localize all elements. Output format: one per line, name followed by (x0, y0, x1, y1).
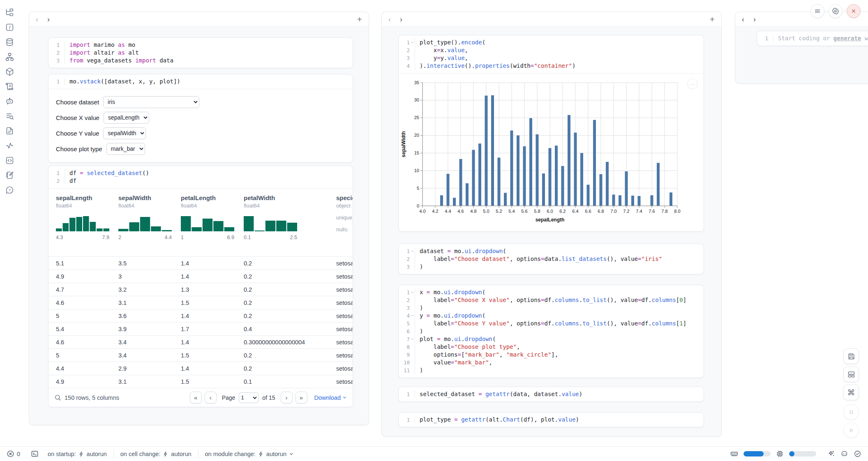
database-icon[interactable] (5, 38, 14, 46)
choose-y-value-select[interactable]: sepalWidth (103, 127, 146, 139)
add-cell-icon[interactable]: + (710, 15, 715, 23)
page-select[interactable]: 1 (239, 392, 259, 403)
code-cell-xy-plot-dropdowns[interactable]: 1x = mo.ui.dropdown(2 label="Choose X va… (398, 285, 704, 378)
choose-x-value-select[interactable]: sepalLength (104, 112, 149, 124)
code-line[interactable]: 5 label="Choose Y value", options=df.col… (399, 320, 704, 327)
code-cell-vstack[interactable]: 1mo.vstack([dataset, x, y, plot]) Choose… (48, 74, 353, 163)
code-editor[interactable]: 1import marimo as mo2import altair as al… (48, 38, 353, 68)
code-line[interactable]: 1mo.vstack([dataset, x, y, plot]) (48, 78, 353, 85)
runtime-setting-on-module-change[interactable]: on module change:autorun (205, 451, 294, 457)
package-icon[interactable] (5, 67, 14, 76)
svg-text:5.2: 5.2 (496, 209, 502, 214)
table-cell: 3.1 (111, 300, 173, 306)
code-cell-plot-type[interactable]: 1plot_type = getattr(alt.Chart(df), plot… (398, 412, 704, 427)
code-cell-selected-dataset[interactable]: 1selected_dataset = getattr(data, datase… (398, 387, 704, 402)
code-line[interactable]: 2 x=x.value, (399, 46, 704, 54)
code-line[interactable]: 3) (399, 304, 704, 312)
code-line[interactable]: 10 value="mark_bar", (399, 359, 704, 366)
code-cell-imports[interactable]: 1import marimo as mo2import altair as al… (48, 37, 353, 68)
code-editor[interactable]: 1plot_type().encode(2 x=x.value,3 y=y.va… (399, 35, 704, 73)
help-bubble-icon[interactable]: ? (5, 186, 14, 194)
code-line[interactable]: 1plot_type().encode( (399, 39, 704, 46)
runtime-setting-on-startup[interactable]: on startup:autorun (48, 451, 107, 457)
copilot-button[interactable] (840, 450, 848, 458)
code-editor[interactable]: 1x = mo.ui.dropdown(2 label="Choose X va… (399, 285, 704, 378)
search-icon[interactable] (54, 394, 61, 401)
choose-dataset-select[interactable]: iris (103, 96, 199, 108)
code-cell-dataset-dropdown[interactable]: 1dataset = mo.ui.dropdown(2 label="Choos… (398, 244, 704, 274)
code-line[interactable]: 3) (399, 263, 704, 271)
close-button[interactable]: × (847, 4, 861, 18)
column-next-icon[interactable]: › (47, 16, 50, 23)
runtime-setting-on-cell-change[interactable]: on cell change:autorun (120, 451, 192, 457)
code-line[interactable]: 2df (48, 177, 353, 185)
code-line[interactable]: 1import marimo as mo (48, 41, 353, 49)
code-line[interactable]: 6) (399, 327, 704, 335)
code-editor[interactable]: 1plot_type = getattr(alt.Chart(df), plot… (399, 413, 704, 427)
code-line[interactable]: 4).interactive().properties(width="conta… (399, 62, 704, 70)
code-line[interactable]: 7plot = mo.ui.dropdown( (399, 335, 704, 343)
add-cell-icon[interactable]: + (357, 15, 362, 23)
file-text-icon[interactable] (5, 127, 14, 135)
code-editor[interactable]: 1dataset = mo.ui.dropdown(2 label="Choos… (399, 244, 704, 274)
scratchpad-icon[interactable] (5, 171, 14, 180)
stop-button[interactable] (843, 404, 859, 420)
save-button[interactable] (843, 348, 859, 364)
scroll-log-icon[interactable] (5, 82, 14, 91)
column-next-icon[interactable]: › (400, 16, 402, 23)
code-cell-scratch[interactable]: 1 Start coding or generate with AI (757, 31, 868, 46)
settings-button[interactable] (829, 4, 843, 18)
menu-button[interactable] (810, 4, 824, 18)
layout-button[interactable] (843, 366, 859, 382)
column-prev-icon[interactable]: ‹ (742, 16, 744, 23)
code-snippet-icon[interactable] (5, 156, 14, 165)
command-palette-button[interactable]: ⌘ (843, 385, 859, 400)
table-column-header: speciesobjectunique:nulls: (329, 189, 353, 256)
code-line[interactable]: 8 label="Choose plot type", (399, 343, 704, 351)
run-button[interactable] (843, 422, 859, 438)
code-line[interactable]: 1x = mo.ui.dropdown( (399, 288, 704, 296)
errors-button[interactable] (7, 450, 14, 458)
code-editor[interactable]: 1selected_dataset = getattr(data, datase… (399, 387, 704, 401)
code-line[interactable]: 11) (399, 366, 704, 374)
list-search-icon[interactable] (5, 112, 14, 120)
code-editor[interactable]: 1 Start coding or generate with AI (757, 31, 868, 46)
table-cell: 3.5 (111, 260, 173, 267)
code-line[interactable]: 1df = selected_dataset() (48, 169, 353, 177)
scratch-placeholder[interactable]: Start coding or generate with AI (773, 35, 868, 42)
connection-status-button[interactable] (854, 450, 861, 458)
function-square-icon[interactable]: f (5, 23, 14, 32)
code-line[interactable]: 1plot_type = getattr(alt.Chart(df), plot… (399, 416, 704, 424)
code-line[interactable]: 2 label="Choose X value", options=df.col… (399, 296, 704, 304)
code-line[interactable]: 4y = mo.ui.dropdown( (399, 312, 704, 320)
chart-menu-icon[interactable]: ··· (687, 78, 698, 89)
column-next-icon[interactable]: › (753, 16, 756, 23)
download-button[interactable]: Download (314, 394, 347, 401)
code-cell-chart[interactable]: 1plot_type().encode(2 x=x.value,3 y=y.va… (398, 35, 704, 232)
first-page-button[interactable]: « (190, 392, 202, 403)
file-tree-icon[interactable] (5, 8, 14, 17)
terminal-button[interactable] (31, 450, 39, 458)
code-line[interactable]: 3from vega_datasets import data (48, 57, 353, 65)
last-page-button[interactable]: » (295, 392, 307, 403)
code-editor[interactable]: 1mo.vstack([dataset, x, y, plot]) (48, 74, 353, 89)
activity-icon[interactable] (5, 141, 14, 150)
choose-plot-type-select[interactable]: mark_bar (106, 143, 145, 155)
code-line[interactable]: 3 y=y.value, (399, 54, 704, 62)
code-line[interactable]: 2 label="Choose dataset", options=data.l… (399, 255, 704, 263)
bar-chart[interactable]: 4.04.24.44.64.85.05.25.45.65.86.06.26.46… (399, 76, 704, 230)
ai-assist-button[interactable] (827, 450, 835, 458)
prev-page-button[interactable]: ‹ (205, 392, 217, 403)
dependency-graph-icon[interactable] (5, 53, 14, 61)
code-line[interactable]: 1selected_dataset = getattr(data, datase… (399, 390, 704, 398)
chat-bot-icon[interactable] (5, 97, 14, 106)
code-line[interactable]: 1dataset = mo.ui.dropdown( (399, 247, 704, 255)
next-page-button[interactable]: › (281, 392, 293, 403)
column-prev-icon[interactable]: ‹ (36, 16, 38, 23)
code-cell-dataframe[interactable]: 1df = selected_dataset()2df sepalLengthf… (48, 166, 353, 407)
code-line[interactable]: 2import altair as alt (48, 49, 353, 57)
code-line[interactable]: 9 options=["mark_bar", "mark_circle"], (399, 351, 704, 359)
svg-text:5.6: 5.6 (521, 209, 527, 214)
column-prev-icon[interactable]: ‹ (388, 16, 391, 23)
code-editor[interactable]: 1df = selected_dataset()2df (48, 166, 353, 188)
